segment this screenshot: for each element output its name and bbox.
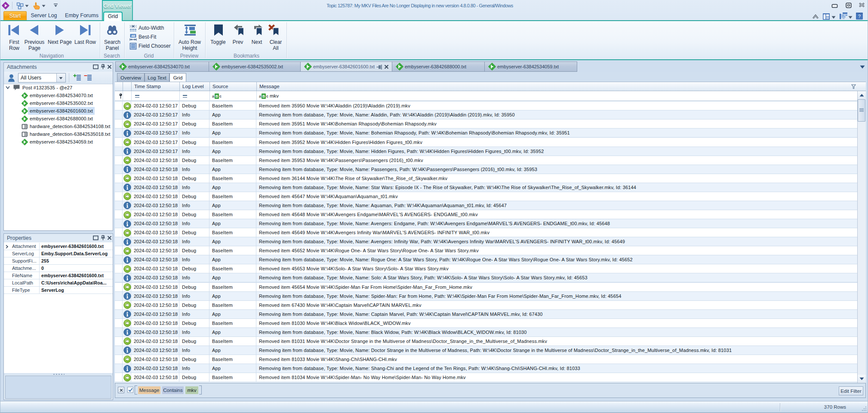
svg-text:a: a xyxy=(212,94,215,98)
svg-text:AB: AB xyxy=(131,34,135,37)
svg-text:c: c xyxy=(266,94,268,98)
svg-text:?: ? xyxy=(858,14,861,19)
svg-text:a: a xyxy=(259,94,262,98)
svg-text:c: c xyxy=(219,94,222,98)
svg-text:B: B xyxy=(262,94,265,98)
svg-text:B: B xyxy=(215,94,218,98)
